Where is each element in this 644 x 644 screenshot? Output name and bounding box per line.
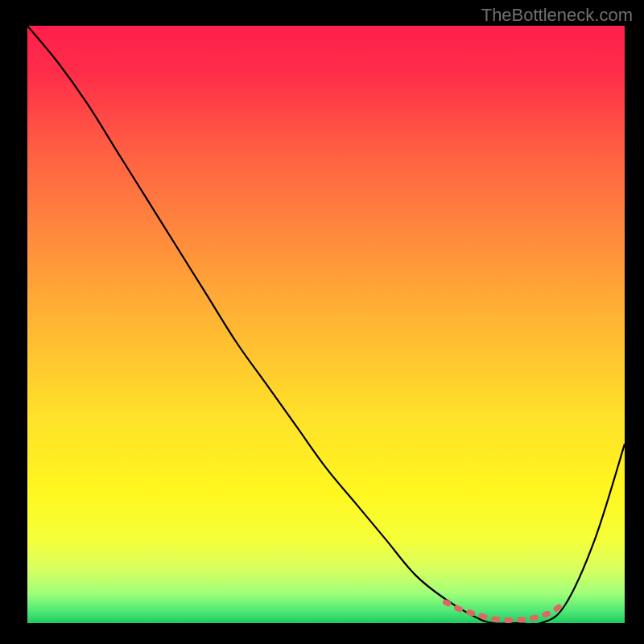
watermark-text: TheBottleneck.com xyxy=(481,5,633,26)
plot-area xyxy=(27,26,625,623)
bottleneck-curve xyxy=(27,26,625,623)
chart-svg xyxy=(27,26,625,623)
chart-container: TheBottleneck.com xyxy=(0,0,644,644)
